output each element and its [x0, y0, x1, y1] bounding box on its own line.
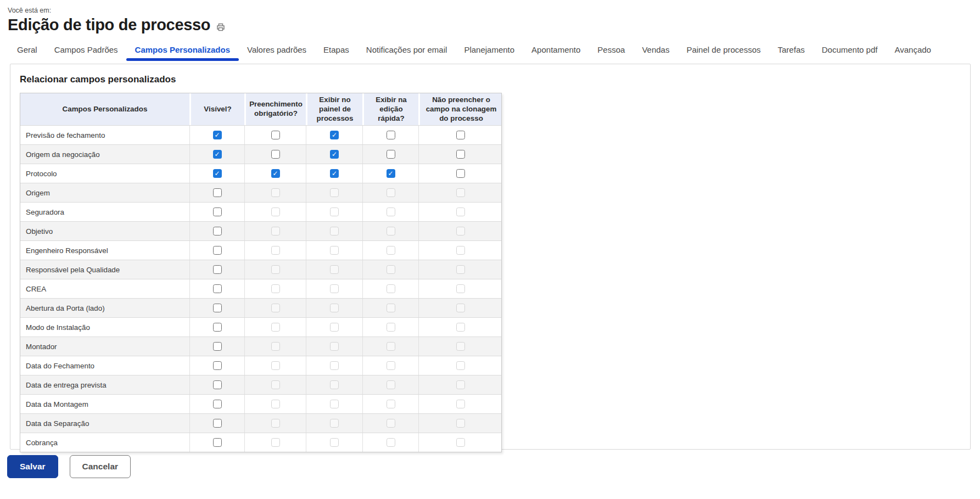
tab-pessoa[interactable]: Pessoa	[597, 45, 625, 61]
checkbox-preenchimento-obrigatorio	[271, 265, 280, 274]
cell	[306, 433, 362, 452]
cell	[362, 433, 418, 452]
checkbox-nao-preencher-o-campo-na-clonagem-do-processo[interactable]	[456, 131, 465, 139]
cell	[418, 260, 502, 279]
tab-tarefas[interactable]: Tarefas	[778, 45, 805, 61]
cell	[189, 356, 244, 375]
cell	[306, 337, 362, 356]
checkbox-nao-preencher-o-campo-na-clonagem-do-processo	[456, 246, 465, 255]
column-header-visivel: Visível?	[189, 93, 244, 125]
cell	[244, 318, 306, 337]
checkbox-nao-preencher-o-campo-na-clonagem-do-processo	[456, 419, 465, 428]
cell	[418, 433, 502, 452]
cell	[418, 164, 502, 183]
checkbox-preenchimento-obrigatorio[interactable]	[271, 150, 280, 159]
tab-planejamento[interactable]: Planejamento	[464, 45, 514, 61]
cell	[189, 260, 244, 279]
checkbox-exibir-na-edicao-rapida[interactable]	[387, 150, 395, 159]
checkbox-exibir-na-edicao-rapida	[387, 188, 395, 197]
tab-documento-pdf[interactable]: Documento pdf	[822, 45, 878, 61]
checkbox-preenchimento-obrigatorio[interactable]	[271, 131, 280, 139]
checkbox-visivel[interactable]	[213, 227, 222, 236]
checkbox-visivel[interactable]	[213, 265, 222, 274]
table-row-modo-de-instalacao: Modo de Instalação	[20, 317, 501, 337]
column-header-preenchimento-obrigatorio: Preenchimento obrigatório?	[244, 93, 306, 125]
field-label: CREA	[20, 279, 189, 298]
checkbox-exibir-no-painel-de-processos	[330, 284, 339, 293]
cell	[362, 395, 418, 413]
tab-avancado[interactable]: Avançado	[894, 45, 931, 61]
checkbox-exibir-na-edicao-rapida[interactable]	[387, 131, 395, 139]
checkbox-preenchimento-obrigatorio	[271, 227, 280, 236]
tab-painel-de-processos[interactable]: Painel de processos	[686, 45, 760, 61]
cell	[189, 279, 244, 298]
checkbox-visivel[interactable]: ✓	[213, 169, 222, 178]
cell: ✓	[362, 164, 418, 183]
checkbox-exibir-no-painel-de-processos[interactable]: ✓	[330, 131, 339, 139]
tab-vendas[interactable]: Vendas	[642, 45, 669, 61]
table-header-row: Campos PersonalizadosVisível?Preenchimen…	[20, 93, 501, 125]
cancel-button[interactable]: Cancelar	[70, 455, 131, 478]
tab-campos-personalizados[interactable]: Campos Personalizados	[135, 45, 230, 61]
tab-notificacoes-por-email[interactable]: Notificações por email	[366, 45, 447, 61]
checkbox-preenchimento-obrigatorio	[271, 361, 280, 370]
checkbox-exibir-na-edicao-rapida	[387, 361, 395, 370]
tab-valores-padroes[interactable]: Valores padrões	[247, 45, 306, 61]
tab-bar: GeralCampos PadrõesCampos Personalizados…	[17, 45, 980, 61]
checkbox-visivel[interactable]	[213, 361, 222, 370]
cell	[418, 395, 502, 413]
cell	[306, 260, 362, 279]
cell	[418, 337, 502, 356]
save-button[interactable]: Salvar	[7, 455, 58, 478]
cell	[244, 433, 306, 452]
checkbox-preenchimento-obrigatorio	[271, 400, 280, 408]
tab-geral[interactable]: Geral	[17, 45, 37, 61]
table-row-engenheiro-responsavel: Engenheiro Responsável	[20, 240, 501, 260]
checkbox-exibir-na-edicao-rapida	[387, 419, 395, 428]
checkbox-visivel[interactable]	[213, 438, 222, 447]
tab-campos-padroes[interactable]: Campos Padrões	[54, 45, 118, 61]
checkbox-exibir-no-painel-de-processos	[330, 419, 339, 428]
checkbox-visivel[interactable]	[213, 284, 222, 293]
checkbox-visivel[interactable]	[213, 246, 222, 255]
checkbox-nao-preencher-o-campo-na-clonagem-do-processo	[456, 304, 465, 312]
field-label: Modo de Instalação	[20, 318, 189, 337]
tab-etapas[interactable]: Etapas	[323, 45, 349, 61]
checkbox-exibir-no-painel-de-processos[interactable]: ✓	[330, 150, 339, 159]
checkbox-exibir-no-painel-de-processos[interactable]: ✓	[330, 169, 339, 178]
checkbox-visivel[interactable]: ✓	[213, 150, 222, 159]
cell	[244, 203, 306, 221]
table-row-montador: Montador	[20, 337, 501, 356]
cell	[244, 126, 306, 144]
checkbox-exibir-na-edicao-rapida	[387, 227, 395, 236]
checkbox-visivel[interactable]	[213, 304, 222, 312]
checkbox-exibir-na-edicao-rapida	[387, 323, 395, 332]
cell	[362, 222, 418, 240]
checkbox-visivel[interactable]	[213, 188, 222, 197]
table-row-protocolo: Protocolo✓✓✓✓	[20, 164, 501, 183]
checkbox-nao-preencher-o-campo-na-clonagem-do-processo	[456, 227, 465, 236]
checkbox-visivel[interactable]	[213, 400, 222, 408]
checkbox-exibir-na-edicao-rapida[interactable]: ✓	[387, 169, 395, 178]
checkbox-visivel[interactable]	[213, 380, 222, 389]
cell	[189, 414, 244, 433]
tab-apontamento[interactable]: Apontamento	[531, 45, 580, 61]
checkbox-visivel[interactable]	[213, 208, 222, 216]
table-row-previsao-de-fechamento: Previsão de fechamento✓✓	[20, 125, 501, 144]
checkbox-nao-preencher-o-campo-na-clonagem-do-processo[interactable]	[456, 150, 465, 159]
checkbox-preenchimento-obrigatorio	[271, 284, 280, 293]
field-label: Origem da negociação	[20, 145, 189, 164]
checkbox-visivel[interactable]	[213, 419, 222, 428]
checkbox-nao-preencher-o-campo-na-clonagem-do-processo[interactable]	[456, 169, 465, 178]
cell	[418, 145, 502, 164]
field-label: Data da Separação	[20, 414, 189, 433]
table-row-data-de-entrega-prevista: Data de entrega prevista	[20, 375, 501, 394]
checkbox-visivel[interactable]: ✓	[213, 131, 222, 139]
cell	[189, 222, 244, 240]
printer-icon[interactable]	[216, 23, 226, 32]
checkbox-preenchimento-obrigatorio[interactable]: ✓	[271, 169, 280, 178]
field-label: Origem	[20, 183, 189, 202]
checkbox-preenchimento-obrigatorio	[271, 438, 280, 447]
checkbox-visivel[interactable]	[213, 323, 222, 332]
checkbox-visivel[interactable]	[213, 342, 222, 351]
